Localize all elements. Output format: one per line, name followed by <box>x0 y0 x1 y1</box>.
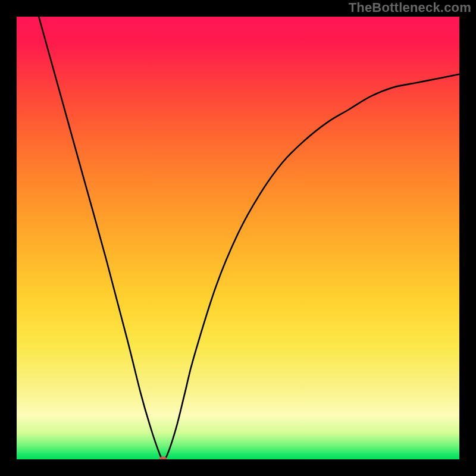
curve-svg <box>17 17 459 459</box>
min-marker <box>159 456 167 459</box>
chart-frame: TheBottleneck.com <box>0 0 476 476</box>
watermark-text: TheBottleneck.com <box>349 0 471 15</box>
plot-area <box>17 17 459 459</box>
curve-line <box>39 17 459 459</box>
